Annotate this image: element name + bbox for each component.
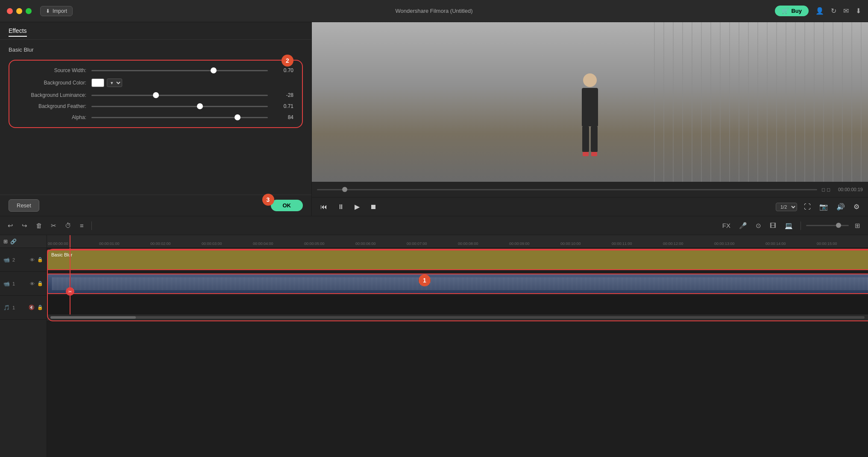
snapshot-button[interactable]: 📷: [818, 201, 830, 212]
ruler-mark-14: 00:00:14:00: [765, 242, 816, 246]
ruler-mark-6: 00:00:06:00: [355, 242, 406, 246]
ruler-marks: 00:00:00:00 00:00:01:00 00:00:02:00 00:0…: [47, 242, 868, 246]
playhead[interactable]: [70, 248, 70, 314]
speed-button[interactable]: ≡: [77, 220, 86, 231]
background-feather-slider[interactable]: [91, 106, 268, 107]
background-luminance-row: Background Luminance: -28: [18, 92, 293, 98]
background-feather-slider-container: [91, 106, 268, 107]
history-button[interactable]: ⏱: [62, 220, 74, 231]
settings-button[interactable]: ⚙: [852, 201, 861, 212]
volume-button[interactable]: 🔊: [835, 201, 847, 212]
ok-button[interactable]: 3 OK: [271, 200, 303, 211]
content-area: Effects Basic Blur 2 Source Width: 0.70: [0, 22, 868, 216]
refresh-icon[interactable]: ↻: [831, 7, 836, 15]
zoom-reset-button[interactable]: ⊞: [852, 220, 863, 231]
track-label-audio1: 1: [12, 305, 15, 310]
account-icon[interactable]: 👤: [815, 7, 824, 15]
redo-button[interactable]: ↪: [19, 220, 30, 231]
tl-right-controls: FX 🎤 ⊙ 🎞 💻 ⊞: [720, 220, 863, 231]
preview-person: [582, 73, 598, 156]
pause-button[interactable]: ⏸: [336, 201, 346, 212]
eye-icon-1[interactable]: 👁: [30, 281, 35, 286]
left-panel: Effects Basic Blur 2 Source Width: 0.70: [0, 22, 312, 216]
video2-icon: 📹: [3, 257, 10, 263]
screen-button[interactable]: 💻: [782, 220, 795, 231]
effects-tab-label[interactable]: Effects: [9, 27, 27, 37]
track-rows: 1 Basic Blur: [47, 248, 868, 314]
bottom-bar: Reset 3 OK: [0, 195, 311, 216]
alpha-slider[interactable]: [91, 117, 268, 118]
badge-3: 3: [262, 194, 274, 206]
effects-content: Basic Blur 2 Source Width: 0.70 Backgrou…: [0, 40, 311, 195]
ruler-mark-13: 00:00:13:00: [713, 242, 765, 246]
toolbar-divider: [91, 221, 92, 230]
scrollbar-track[interactable]: [50, 316, 865, 319]
ruler-mark-0: 00:00:00:00: [47, 242, 98, 246]
play-button[interactable]: ▶: [353, 201, 361, 212]
app-title: Wondershare Filmora (Untitled): [395, 8, 472, 14]
buy-label: Buy: [791, 8, 802, 14]
alpha-value: 84: [272, 114, 293, 120]
lock-icon-1[interactable]: 🔒: [37, 281, 43, 286]
import-icon: ⬇: [46, 8, 50, 14]
color-swatch[interactable]: [91, 79, 104, 87]
background-color-label: Background Color:: [18, 80, 86, 86]
preview-time-label: ◻ ◻: [821, 187, 830, 192]
minimize-button[interactable]: [16, 8, 22, 14]
quality-select[interactable]: 1/2: [776, 203, 797, 211]
playhead-marker[interactable]: ✂: [66, 287, 74, 296]
background-color-row: Background Color: ▾: [18, 79, 293, 87]
track-label-video1: 1: [12, 281, 15, 286]
person-leg-right: [591, 126, 598, 152]
fx-button[interactable]: FX: [720, 220, 733, 231]
undo-button[interactable]: ↩: [5, 220, 16, 231]
track-header-video1: 📹 1 👁 🔒: [0, 272, 47, 296]
preview-controls: ⏮ ⏸ ▶ ⏹ 1/2 ⛶ 📷 🔊 ⚙: [312, 197, 868, 216]
delete-button[interactable]: 🗑: [33, 220, 45, 231]
ruler-mark-15: 00:00:15:00: [816, 242, 867, 246]
film-button[interactable]: 🎞: [767, 220, 779, 231]
audio-mute-icon[interactable]: 🔇: [29, 305, 35, 310]
scrollbar-thumb[interactable]: [50, 316, 136, 319]
badge-2: 2: [282, 55, 293, 67]
fullscreen-button[interactable]: ⛶: [802, 201, 812, 212]
ruler-mark-9: 00:00:09:00: [508, 242, 560, 246]
eye-icon-2[interactable]: 👁: [30, 257, 35, 262]
source-width-slider-container: [91, 70, 268, 71]
ruler-mark-12: 00:00:12:00: [662, 242, 713, 246]
audio-button[interactable]: 🎤: [736, 220, 750, 231]
video-preview: [312, 22, 868, 182]
stop-button[interactable]: ⏹: [368, 201, 378, 212]
audio-lock-icon[interactable]: 🔒: [37, 305, 43, 310]
step-back-button[interactable]: ⏮: [319, 201, 329, 212]
timeline-toolbar: ↩ ↪ 🗑 ✂ ⏱ ≡ FX 🎤 ⊙ 🎞 💻 ⊞: [0, 216, 868, 235]
cut-button[interactable]: ✂: [48, 220, 59, 231]
download-icon[interactable]: ⬇: [856, 7, 861, 15]
person-body: [582, 88, 598, 126]
mail-icon[interactable]: ✉: [843, 7, 849, 15]
track-row-video1: [47, 272, 868, 296]
video-clip[interactable]: [47, 274, 868, 294]
timeline-content[interactable]: 00:00:00:00 00:00:01:00 00:00:02:00 00:0…: [47, 235, 868, 457]
background-luminance-slider[interactable]: [91, 95, 268, 96]
effects-tab: Effects: [0, 22, 311, 40]
source-width-slider[interactable]: [91, 70, 268, 71]
app-body: Effects Basic Blur 2 Source Width: 0.70: [0, 22, 868, 457]
seek-track[interactable]: [317, 189, 817, 190]
basic-blur-title: Basic Blur: [9, 47, 303, 53]
buy-button[interactable]: 🛒 Buy: [775, 6, 809, 16]
maximize-button[interactable]: [26, 8, 32, 14]
ruler-mark-4: 00:00:04:00: [252, 242, 303, 246]
zoom-track[interactable]: [806, 225, 849, 226]
effect-clip[interactable]: Basic Blur: [47, 250, 868, 270]
reset-button[interactable]: Reset: [9, 199, 39, 212]
close-button[interactable]: [7, 8, 13, 14]
record-button[interactable]: ⊙: [753, 220, 764, 231]
color-dropdown[interactable]: ▾: [107, 79, 122, 87]
ruler-mark-10: 00:00:10:00: [560, 242, 611, 246]
import-button[interactable]: ⬇ Import: [40, 6, 73, 16]
lock-icon-2[interactable]: 🔒: [37, 257, 43, 262]
person-foot-left: [583, 152, 589, 156]
ok-label: OK: [283, 202, 291, 209]
badge-1: 1: [419, 274, 431, 286]
